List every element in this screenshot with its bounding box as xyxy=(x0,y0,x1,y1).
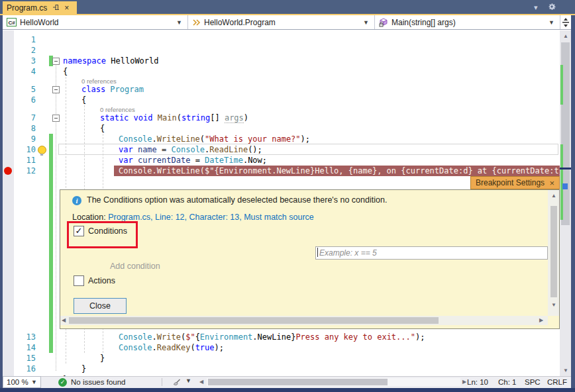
close-button[interactable]: Close xyxy=(74,298,127,314)
code-line[interactable]: static void Main(string[] args) xyxy=(100,113,560,123)
info-message: The Conditions option was automatically … xyxy=(87,195,387,205)
red-annotation-box xyxy=(67,221,138,248)
scroll-right-icon[interactable]: ▶ xyxy=(539,317,543,324)
no-issues-icon: ✓ xyxy=(58,378,67,387)
window-border xyxy=(0,15,3,388)
column-indicator[interactable]: Ch: 1 xyxy=(498,376,517,388)
code-line[interactable]: } xyxy=(100,353,560,364)
code-line[interactable]: Console.Write($"{Environment.NewLine}Pre… xyxy=(119,332,560,342)
line-number: 12 xyxy=(15,166,36,176)
scroll-left-icon[interactable]: ◀ xyxy=(62,317,66,324)
actions-label: Actions xyxy=(88,276,115,285)
line-number: 4 xyxy=(15,66,36,77)
scroll-down-icon[interactable]: ▼ xyxy=(563,368,568,374)
location-label: Location: xyxy=(72,213,106,222)
chevron-down-icon: ▼ xyxy=(31,379,37,385)
chevron-down-icon[interactable]: ▼ xyxy=(185,377,191,384)
status-bar xyxy=(0,388,575,392)
fold-toggle[interactable] xyxy=(52,86,60,93)
code-line[interactable]: { xyxy=(63,66,560,77)
spaces-indicator[interactable]: SPC xyxy=(525,376,541,388)
scroll-up-icon[interactable]: ▲ xyxy=(563,33,568,40)
line-number: 10 xyxy=(15,144,36,155)
line-ending-indicator[interactable]: CRLF xyxy=(547,376,567,388)
code-line[interactable]: } xyxy=(81,364,560,374)
breakpoint-settings-title: Breakpoint Settings xyxy=(476,178,545,187)
line-number: 3 xyxy=(15,56,36,66)
line-number: 6 xyxy=(15,95,36,105)
code-line[interactable]: { xyxy=(100,123,560,134)
code-line[interactable]: var name = Console.ReadLine(); xyxy=(119,144,560,155)
scrollbar-change-mark xyxy=(560,65,563,105)
scrollbar-caret-mark xyxy=(560,168,571,170)
line-number: 5 xyxy=(15,84,36,95)
close-icon[interactable]: × xyxy=(549,178,554,188)
zoom-dropdown[interactable]: 100 % ▼ xyxy=(3,376,41,388)
actions-checkbox[interactable] xyxy=(74,275,84,286)
scroll-down-icon[interactable]: ▼ xyxy=(551,302,556,309)
line-number: 16 xyxy=(15,364,36,374)
location-line: Location: Program.cs, Line: 12, Characte… xyxy=(72,213,314,222)
lightbulb-icon[interactable] xyxy=(38,146,46,154)
code-line[interactable]: var currentDate = DateTime.Now; xyxy=(119,155,560,166)
info-icon: i xyxy=(72,196,81,205)
fold-toggle[interactable] xyxy=(52,58,60,65)
scroll-up-icon[interactable]: ▲ xyxy=(551,193,556,199)
code-line[interactable]: class Program xyxy=(81,84,560,95)
fold-toggle[interactable] xyxy=(52,115,60,122)
code-line[interactable]: Console.WriteLine($"{Environment.NewLine… xyxy=(119,166,560,176)
location-link[interactable]: Program.cs, Line: 12, Character: 13, Mus… xyxy=(108,213,314,222)
line-indicator[interactable]: Ln: 10 xyxy=(467,376,488,388)
line-number: 7 xyxy=(15,113,36,123)
line-number: 1 xyxy=(15,34,36,45)
separator xyxy=(162,378,162,386)
change-bar xyxy=(49,134,53,353)
breakpoint-settings-tab[interactable]: Breakpoint Settings × xyxy=(470,176,560,189)
line-number: 13 xyxy=(15,332,36,342)
window-border xyxy=(571,15,575,388)
issues-status[interactable]: No issues found xyxy=(71,376,125,388)
add-condition-link[interactable]: Add condition xyxy=(110,262,160,271)
code-line[interactable]: { xyxy=(81,95,560,105)
code-line[interactable]: Console.WriteLine("What is your name?"); xyxy=(119,134,560,144)
line-number: 2 xyxy=(15,45,36,56)
peek-hscroll-thumb[interactable] xyxy=(69,317,439,324)
scrollbar-change-mark xyxy=(560,144,563,220)
vs-window: Program.cs × ▾ C# HelloWorld ▼ HelloWorl… xyxy=(0,0,575,392)
scroll-right-icon[interactable]: ▶ xyxy=(462,379,466,385)
line-number: 14 xyxy=(15,342,36,353)
scroll-left-icon[interactable]: ◀ xyxy=(199,379,203,385)
code-line[interactable]: namespace HelloWorld xyxy=(63,56,560,66)
line-number: 15 xyxy=(15,353,36,364)
line-number: 9 xyxy=(15,134,36,144)
text-caret xyxy=(317,248,318,257)
outlining-line xyxy=(56,63,56,371)
line-number: 11 xyxy=(15,155,36,166)
code-line[interactable]: Console.ReadKey(true); xyxy=(119,342,560,353)
editor-hscroll-thumb[interactable] xyxy=(208,379,388,385)
condition-expression-input[interactable] xyxy=(315,246,548,260)
breakpoint-glyph[interactable] xyxy=(4,167,12,175)
line-number: 8 xyxy=(15,123,36,134)
breakpoint-settings-panel: i The Conditions option was automaticall… xyxy=(60,189,560,329)
zoom-value: 100 % xyxy=(7,378,28,386)
scrollbar-mark xyxy=(562,183,568,189)
peek-vscroll-thumb[interactable] xyxy=(550,206,557,297)
